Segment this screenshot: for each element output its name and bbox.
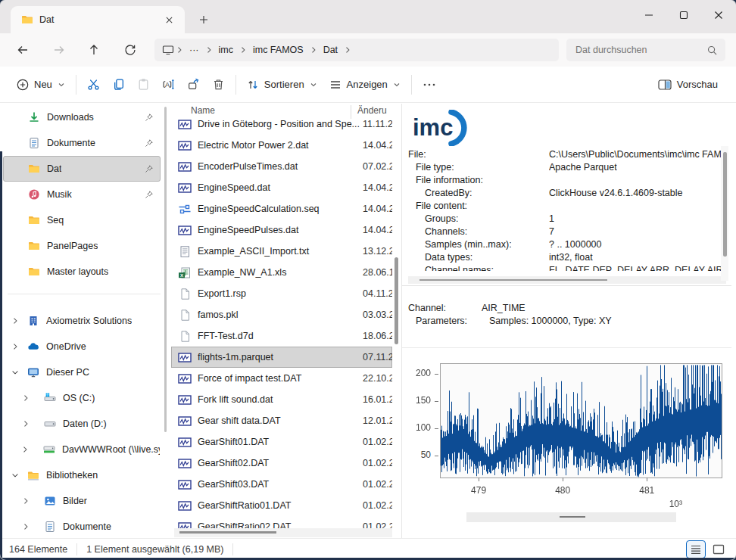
sidebar-item-seq[interactable]: Seq <box>3 207 161 233</box>
x-tick-mark <box>479 478 479 481</box>
sidebar-item-os-c[interactable]: OS (C:) <box>3 385 161 411</box>
file-row-electric-motor-power-2-dat[interactable]: Electric Motor Power 2.dat14.04.20 <box>171 135 392 156</box>
file-row-gearshift03-dat[interactable]: GearShift03.DAT01.02.20 <box>171 474 392 495</box>
file-row-export1-rsp[interactable]: Export1.rsp04.11.20 <box>171 283 392 304</box>
breadcrumb-segment-dat[interactable]: Dat <box>319 43 342 57</box>
search-input[interactable] <box>574 44 706 56</box>
back-button[interactable] <box>11 38 35 62</box>
rename-button[interactable]: A <box>156 73 181 95</box>
chevron-down-icon[interactable] <box>10 368 20 377</box>
sidebar-item-downloads[interactable]: Downloads <box>3 104 161 130</box>
file-row-gearshiftratio02-dat[interactable]: GearShiftRatio02.DAT01.02.20 <box>171 516 392 528</box>
chevron-right-icon[interactable] <box>20 522 30 531</box>
file-row-fft-test-d7d[interactable]: FFT-Test.d7d18.06.20 <box>171 325 392 347</box>
file-row-drive-in-g-teborg-position-and-spe[interactable]: Drive in Göteborg - Position and Spe...1… <box>171 119 392 135</box>
file-row-encoderpulsetimes-dat[interactable]: EncoderPulseTimes.dat07.02.20 <box>171 156 392 177</box>
icons-view-button[interactable] <box>709 540 728 558</box>
file-icon <box>178 288 192 300</box>
breadcrumb-ellipsis[interactable]: ··· <box>185 43 204 57</box>
sidebar-item-label: Daten (D:) <box>63 418 107 429</box>
chevron-right-icon[interactable] <box>10 316 20 325</box>
sidebar-item-bibliotheken[interactable]: Bibliotheken <box>3 462 161 488</box>
info-row-file-information: File information: <box>408 174 721 187</box>
details-view-button[interactable] <box>686 540 706 558</box>
file-row-example-ascii-import-txt[interactable]: Example_ASCII_Import.txt13.12.20 <box>171 241 392 262</box>
file-row-enginespeedcalculation-seq[interactable]: EngineSpeedCalculation.seq14.04.20 <box>171 198 392 219</box>
chevron-right-icon[interactable] <box>10 342 20 351</box>
chevron-right-icon[interactable] <box>20 419 30 428</box>
more-options-button[interactable] <box>416 78 442 92</box>
chevron-down-icon[interactable] <box>10 471 20 480</box>
breadcrumb-segment-imc-famos[interactable]: imc FAMOS <box>248 43 308 57</box>
column-header-date[interactable]: Änderu <box>351 105 392 119</box>
new-button[interactable]: Neu <box>11 74 71 95</box>
tab-close-button[interactable] <box>159 10 179 30</box>
address-bar[interactable]: ···imcimc FAMOSDat <box>154 39 559 61</box>
y-tick-mark <box>435 456 438 456</box>
scrollbar-thumb[interactable] <box>419 279 607 281</box>
file-row-force-of-impact-test-dat[interactable]: Force of impact test.DAT22.10.20 <box>171 368 392 389</box>
sidebar-item-master-layouts[interactable]: Master layouts <box>3 259 161 285</box>
sidebar-item-panelpages[interactable]: PanelPages <box>3 233 161 259</box>
sidebar-item-daten-d[interactable]: Daten (D:) <box>3 411 161 437</box>
sidebar-item-bilder[interactable]: Bilder <box>3 488 161 514</box>
file-row-fork-lift-sound-dat[interactable]: Fork lift sound.dat16.01.20 <box>171 389 392 410</box>
info-vertical-scrollbar[interactable] <box>721 146 728 281</box>
preview-toggle-button[interactable]: Vorschau <box>652 74 724 95</box>
new-tab-button[interactable] <box>194 10 214 30</box>
sidebar-item-dat[interactable]: Dat <box>3 156 161 182</box>
info-horizontal-scrollbar[interactable] <box>408 276 726 284</box>
file-row-enginespeed-dat[interactable]: EngineSpeed.dat14.04.20 <box>171 177 392 198</box>
tab-dat[interactable]: Dat <box>11 6 185 33</box>
up-button[interactable] <box>82 38 106 62</box>
sidebar-item-dokumente[interactable]: Dokumente <box>3 130 161 156</box>
copy-button[interactable] <box>106 73 131 95</box>
paste-button[interactable] <box>131 73 156 95</box>
file-row-gearshift01-dat[interactable]: GearShift01.DAT01.02.20 <box>171 431 392 453</box>
sidebar-item-dokumente[interactable]: Dokumente <box>3 514 161 539</box>
forward-button[interactable] <box>47 38 71 62</box>
file-list-horizontal-scrollbar[interactable] <box>174 528 392 537</box>
chevron-right-icon[interactable] <box>20 496 30 506</box>
file-row-gear-shift-data-dat[interactable]: Gear shift data.DAT12.01.20 <box>171 410 392 431</box>
sidebar-item-dieser-pc[interactable]: Dieser PC <box>3 359 161 385</box>
file-list-vertical-scrollbar[interactable] <box>395 257 398 344</box>
sidebar-item-label: Dat <box>47 163 61 174</box>
file-row-example-nw-a1-xls[interactable]: XExample_NW_A1.xls28.06.19 <box>171 262 392 283</box>
chevron-right-icon[interactable] <box>20 445 30 454</box>
maximize-button[interactable] <box>666 0 701 30</box>
file-row-gearshift02-dat[interactable]: GearShift02.DAT01.02.20 <box>171 453 392 474</box>
file-row-famos-pkl[interactable]: famos.pkl03.03.20 <box>171 304 392 325</box>
info-label: Samples (min..max): <box>408 238 549 251</box>
sidebar-item-axiometrix-solutions[interactable]: Axiometrix Solutions <box>3 308 161 334</box>
scrollbar-thumb[interactable] <box>179 531 276 534</box>
info-value: C:\Users\Public\Documents\imc\imc FAMOS <box>549 148 721 161</box>
delete-button[interactable] <box>206 73 231 95</box>
sidebar-item-davwwwroot-live-sysi[interactable]: DavWWWRoot (\\live.sysi <box>3 437 161 462</box>
chart-horizontal-scrollbar[interactable] <box>466 512 676 522</box>
breadcrumb-segment-imc[interactable]: imc <box>214 43 238 57</box>
chevron-right-icon[interactable] <box>20 394 30 403</box>
column-header-name[interactable]: Name <box>191 105 351 119</box>
cut-button[interactable] <box>81 73 106 95</box>
scrollbar-thumb[interactable] <box>723 152 727 257</box>
minimize-button[interactable] <box>632 0 666 30</box>
share-button[interactable] <box>181 73 206 95</box>
file-row-enginespeedpulses-dat[interactable]: EngineSpeedPulses.dat14.04.20 <box>171 219 392 241</box>
sidebar-scrollbar[interactable] <box>164 107 167 432</box>
view-button[interactable]: Anzeigen <box>323 74 407 95</box>
preview-divider <box>402 347 731 348</box>
file-row-flights-1m-parquet[interactable]: flights-1m.parquet07.11.20 <box>171 347 392 368</box>
info-label: File type: <box>408 161 549 174</box>
sort-button[interactable]: Sortieren <box>241 74 323 95</box>
sidebar-item-onedrive[interactable]: OneDrive <box>3 334 161 359</box>
search-box[interactable] <box>566 39 725 61</box>
scrollbar-thumb[interactable] <box>560 516 585 518</box>
file-date: 16.01.20 <box>363 394 392 405</box>
sidebar-item-musik[interactable]: Musik <box>3 182 161 207</box>
info-row-file: File:C:\Users\Public\Documents\imc\imc F… <box>408 148 721 161</box>
close-button[interactable] <box>701 0 736 30</box>
file-date: 22.10.20 <box>363 373 392 384</box>
file-row-gearshiftratio01-dat[interactable]: GearShiftRatio01.DAT01.02.20 <box>171 495 392 516</box>
refresh-button[interactable] <box>118 38 142 62</box>
